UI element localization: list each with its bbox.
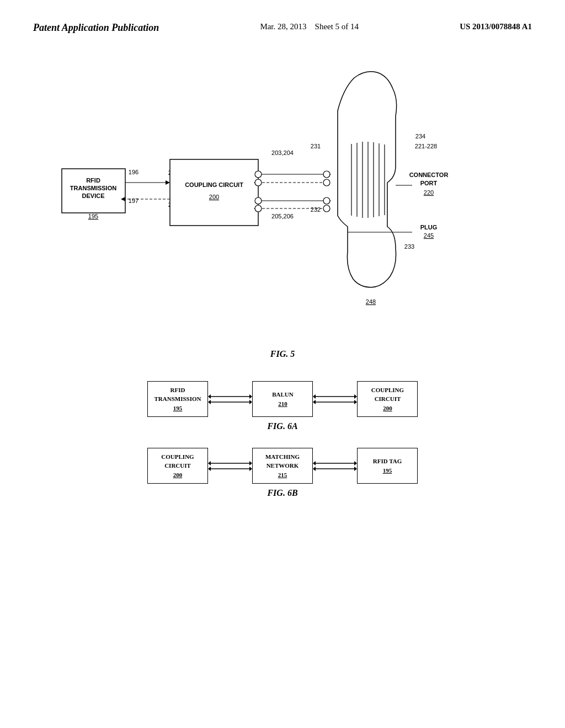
fig6b-box2-label: MATCHING NETWORK xyxy=(265,452,300,470)
svg-text:232: 232 xyxy=(311,206,321,213)
svg-text:203,204: 203,204 xyxy=(271,149,294,156)
fig5-section: RFID TRANSMISSION DEVICE 195 196 201 197… xyxy=(0,45,565,509)
svg-point-35 xyxy=(323,205,330,212)
svg-text:196: 196 xyxy=(129,169,138,175)
svg-text:DEVICE: DEVICE xyxy=(82,192,105,199)
svg-point-22 xyxy=(255,171,262,178)
fig6b-box3-num: 195 xyxy=(383,466,392,475)
svg-marker-57 xyxy=(208,394,211,399)
fig6a-diagram: RFID TRANSMISSION 195 BALUN 210 xyxy=(44,381,521,417)
svg-text:197: 197 xyxy=(129,197,138,204)
svg-marker-72 xyxy=(208,467,211,471)
fig6a-arrow1 xyxy=(208,391,252,408)
svg-point-32 xyxy=(255,197,262,204)
fig6b-box2-num: 215 xyxy=(278,470,287,480)
fig6a-caption: FIG. 6A xyxy=(44,421,521,431)
fig6a-box3-label: COUPLING CIRCUIT xyxy=(371,386,404,404)
svg-text:PLUG: PLUG xyxy=(420,224,438,231)
fig6b-box3-label: RFID TAG xyxy=(373,457,402,466)
svg-text:PORT: PORT xyxy=(420,180,438,186)
fig6a-box3-num: 200 xyxy=(383,404,392,413)
fig5-caption: FIG. 5 xyxy=(270,349,295,359)
svg-text:234: 234 xyxy=(415,133,425,140)
fig6b-box1: COUPLING CIRCUIT 200 xyxy=(147,448,208,484)
fig6a-section: RFID TRANSMISSION 195 BALUN 210 xyxy=(44,381,521,431)
fig6a-arrow2 xyxy=(313,391,357,408)
svg-text:COUPLING CIRCUIT: COUPLING CIRCUIT xyxy=(185,181,243,188)
svg-text:200: 200 xyxy=(209,194,219,200)
svg-marker-63 xyxy=(313,394,316,399)
fig5-svg: RFID TRANSMISSION DEVICE 195 196 201 197… xyxy=(44,67,521,365)
fig6b-box1-num: 200 xyxy=(173,470,183,480)
svg-text:245: 245 xyxy=(424,232,434,239)
fig6a-box2: BALUN 210 xyxy=(252,381,313,417)
fig6b-arrow1 xyxy=(208,458,252,474)
svg-point-34 xyxy=(323,197,330,204)
fig6a-box1: RFID TRANSMISSION 195 xyxy=(147,381,209,417)
svg-marker-69 xyxy=(208,461,211,465)
svg-text:220: 220 xyxy=(424,189,434,196)
svg-text:RFID: RFID xyxy=(86,177,100,184)
svg-text:221-228: 221-228 xyxy=(415,143,437,149)
fig5-diagram: RFID TRANSMISSION DEVICE 195 196 201 197… xyxy=(44,67,521,365)
fig6b-box2: MATCHING NETWORK 215 xyxy=(252,448,313,484)
fig6b-box1-label: COUPLING CIRCUIT xyxy=(161,452,194,470)
svg-point-33 xyxy=(255,205,262,212)
sheet-info: Sheet 5 of 14 xyxy=(315,22,359,31)
svg-marker-7 xyxy=(166,180,170,185)
fig6a-box1-label: RFID TRANSMISSION xyxy=(154,386,201,404)
fig6b-section: COUPLING CIRCUIT 200 MATCHING NETWORK 21… xyxy=(44,448,521,498)
svg-text:TRANSMISSION: TRANSMISSION xyxy=(70,185,116,191)
svg-point-25 xyxy=(323,179,330,186)
page-header: Patent Application Publication Mar. 28, … xyxy=(0,0,565,45)
fig6a-box3: COUPLING CIRCUIT 200 xyxy=(357,381,418,417)
publication-title: Patent Application Publication xyxy=(33,22,159,34)
svg-rect-13 xyxy=(170,159,258,226)
svg-text:231: 231 xyxy=(311,143,321,149)
publication-date: Mar. 28, 2013 xyxy=(260,22,306,31)
svg-point-24 xyxy=(323,171,330,178)
fig6b-box3: RFID TAG 195 xyxy=(357,448,418,484)
svg-text:233: 233 xyxy=(404,243,414,250)
fig6b-caption: FIG. 6B xyxy=(44,488,521,498)
svg-point-23 xyxy=(255,179,262,186)
fig6a-box2-num: 210 xyxy=(278,399,287,409)
svg-marker-78 xyxy=(313,467,316,471)
svg-marker-66 xyxy=(313,400,316,404)
svg-text:248: 248 xyxy=(366,298,376,305)
svg-marker-60 xyxy=(208,400,211,404)
patent-number: US 2013/0078848 A1 xyxy=(460,22,532,31)
fig6a-box1-num: 195 xyxy=(173,404,183,413)
svg-text:CONNECTOR: CONNECTOR xyxy=(409,172,449,178)
fig6b-arrow2 xyxy=(313,458,357,474)
fig6b-diagram: COUPLING CIRCUIT 200 MATCHING NETWORK 21… xyxy=(44,448,521,484)
svg-text:205,206: 205,206 xyxy=(271,213,294,220)
svg-text:195: 195 xyxy=(88,213,98,220)
svg-marker-75 xyxy=(313,461,316,465)
publication-date-sheet: Mar. 28, 2013 Sheet 5 of 14 xyxy=(260,22,359,31)
fig6a-box2-label: BALUN xyxy=(272,390,294,399)
